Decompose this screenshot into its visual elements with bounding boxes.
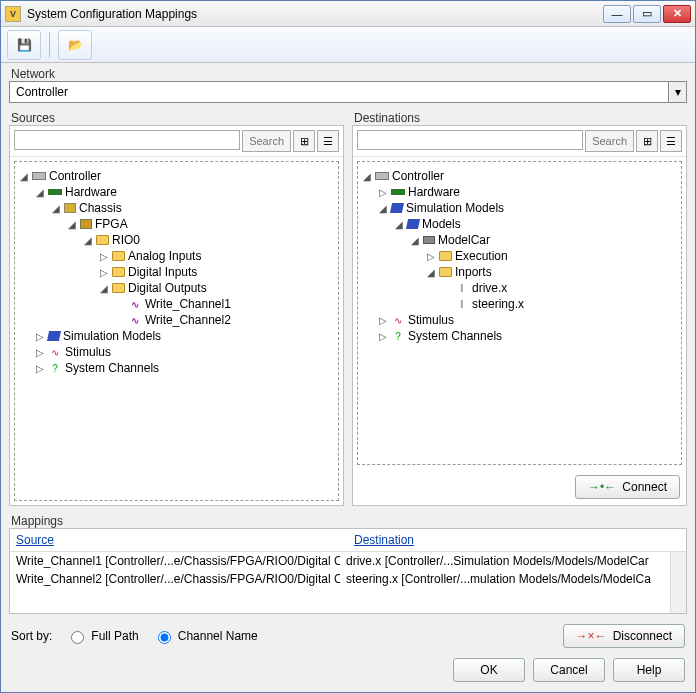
tree-item-write-channel1[interactable]: ∿Write_Channel1 <box>115 296 334 312</box>
toolbar-separator <box>49 32 50 58</box>
tree-item-digital-inputs[interactable]: ▷Digital Inputs <box>99 264 334 280</box>
folder-icon <box>112 267 125 277</box>
folder-icon <box>112 283 125 293</box>
tree-item-digital-outputs[interactable]: ◢Digital Outputs <box>99 280 334 296</box>
tree-item-fpga[interactable]: ◢FPGA <box>67 216 334 232</box>
stimulus-icon: ∿ <box>48 346 62 358</box>
app-icon: V <box>5 6 21 22</box>
tree-item-execution[interactable]: ▷Execution <box>426 248 677 264</box>
tree-item-analog-inputs[interactable]: ▷Analog Inputs <box>99 248 334 264</box>
destinations-list-view-button[interactable]: ☰ <box>660 130 682 152</box>
connect-icon: →•← <box>588 480 616 494</box>
mappings-scrollbar[interactable] <box>670 552 686 613</box>
sources-search-button[interactable]: Search <box>242 130 291 152</box>
tree-item-simulation-models[interactable]: ▷Simulation Models <box>35 328 334 344</box>
destinations-panel: Search ⊞ ☰ ◢Controller ▷Hardware ◢Simula… <box>352 125 687 506</box>
sources-label: Sources <box>9 107 344 125</box>
disconnect-icon: →×← <box>576 629 607 643</box>
mappings-row[interactable]: Write_Channel2 [Controller/...e/Chassis/… <box>10 570 670 588</box>
open-button[interactable]: 📂 <box>58 30 92 60</box>
network-input[interactable] <box>10 82 668 102</box>
signal-icon: ∿ <box>128 298 142 310</box>
folder-icon <box>439 267 452 277</box>
toolbar: 💾 📂 <box>1 27 695 63</box>
tree-item-models[interactable]: ◢Models <box>394 216 677 232</box>
model-icon <box>423 236 435 244</box>
hardware-icon <box>48 189 62 195</box>
hardware-icon <box>391 189 405 195</box>
minimize-button[interactable]: — <box>603 5 631 23</box>
fpga-icon <box>80 219 92 229</box>
controller-icon <box>375 172 389 180</box>
tree-icon: ⊞ <box>643 135 652 148</box>
tree-item-hardware[interactable]: ◢Hardware <box>35 184 334 200</box>
close-button[interactable]: ✕ <box>663 5 691 23</box>
controller-icon <box>32 172 46 180</box>
sources-tree-view-button[interactable]: ⊞ <box>293 130 315 152</box>
disconnect-button[interactable]: →×← Disconnect <box>563 624 685 648</box>
network-dropdown-button[interactable]: ▾ <box>668 82 686 102</box>
tree-item-drive-x[interactable]: Idrive.x <box>442 280 677 296</box>
port-icon: I <box>455 282 469 294</box>
tree-item-system-channels[interactable]: ▷?System Channels <box>35 360 334 376</box>
tree-item-steering-x[interactable]: Isteering.x <box>442 296 677 312</box>
sort-by-label: Sort by: <box>11 629 52 643</box>
sort-channel-name-input[interactable] <box>158 631 171 644</box>
sources-search-input[interactable] <box>14 130 240 150</box>
mappings-col-destination[interactable]: Destination <box>348 529 686 551</box>
models-icon <box>406 219 420 229</box>
network-label: Network <box>9 63 687 81</box>
sort-full-path-input[interactable] <box>71 631 84 644</box>
tree-item-controller[interactable]: ◢Controller <box>19 168 334 184</box>
sources-list-view-button[interactable]: ☰ <box>317 130 339 152</box>
mappings-table: Source Destination Write_Channel1 [Contr… <box>9 528 687 614</box>
models-icon <box>390 203 404 213</box>
mappings-row[interactable]: Write_Channel1 [Controller/...e/Chassis/… <box>10 552 670 570</box>
mappings-col-source[interactable]: Source <box>10 529 348 551</box>
destinations-tree[interactable]: ◢Controller ▷Hardware ◢Simulation Models… <box>357 161 682 465</box>
open-folder-icon: 📂 <box>68 38 83 52</box>
sources-panel: Search ⊞ ☰ ◢Controller ◢Hardware ◢Chassi… <box>9 125 344 506</box>
maximize-button[interactable]: ▭ <box>633 5 661 23</box>
folder-icon <box>96 235 109 245</box>
chevron-down-icon: ▾ <box>675 85 681 99</box>
tree-item-stimulus[interactable]: ▷∿Stimulus <box>378 312 677 328</box>
tree-item-modelcar[interactable]: ◢ModelCar <box>410 232 677 248</box>
cancel-button[interactable]: Cancel <box>533 658 605 682</box>
destinations-tree-view-button[interactable]: ⊞ <box>636 130 658 152</box>
tree-item-chassis[interactable]: ◢Chassis <box>51 200 334 216</box>
tree-item-write-channel2[interactable]: ∿Write_Channel2 <box>115 312 334 328</box>
tree-item-controller[interactable]: ◢Controller <box>362 168 677 184</box>
stimulus-icon: ∿ <box>391 314 405 326</box>
ok-button[interactable]: OK <box>453 658 525 682</box>
sort-channel-name-radio[interactable]: Channel Name <box>153 628 258 644</box>
mappings-cell-source: Write_Channel2 [Controller/...e/Chassis/… <box>10 570 340 588</box>
tree-item-inports[interactable]: ◢Inports <box>426 264 677 280</box>
mappings-label: Mappings <box>9 510 687 528</box>
save-button[interactable]: 💾 <box>7 30 41 60</box>
sort-full-path-radio[interactable]: Full Path <box>66 628 138 644</box>
mappings-cell-destination: drive.x [Controller/...Simulation Models… <box>340 552 670 570</box>
port-icon: I <box>455 298 469 310</box>
save-icon: 💾 <box>17 38 32 52</box>
tree-item-system-channels[interactable]: ▷?System Channels <box>378 328 677 344</box>
app-window: V System Configuration Mappings — ▭ ✕ 💾 … <box>0 0 696 693</box>
tree-item-simulation-models[interactable]: ◢Simulation Models <box>378 200 677 216</box>
help-button[interactable]: Help <box>613 658 685 682</box>
titlebar: V System Configuration Mappings — ▭ ✕ <box>1 1 695 27</box>
chassis-icon <box>64 203 76 213</box>
connect-button[interactable]: →•← Connect <box>575 475 680 499</box>
sources-tree[interactable]: ◢Controller ◢Hardware ◢Chassis ◢FPGA ◢RI… <box>14 161 339 501</box>
list-icon: ☰ <box>323 135 333 148</box>
question-icon: ? <box>391 330 405 342</box>
mappings-cell-source: Write_Channel1 [Controller/...e/Chassis/… <box>10 552 340 570</box>
tree-item-rio0[interactable]: ◢RIO0 <box>83 232 334 248</box>
window-title: System Configuration Mappings <box>27 7 603 21</box>
tree-item-stimulus[interactable]: ▷∿Stimulus <box>35 344 334 360</box>
destinations-search-button[interactable]: Search <box>585 130 634 152</box>
network-combobox[interactable]: ▾ <box>9 81 687 103</box>
destinations-label: Destinations <box>352 107 687 125</box>
destinations-search-input[interactable] <box>357 130 583 150</box>
folder-icon <box>439 251 452 261</box>
tree-item-hardware[interactable]: ▷Hardware <box>378 184 677 200</box>
